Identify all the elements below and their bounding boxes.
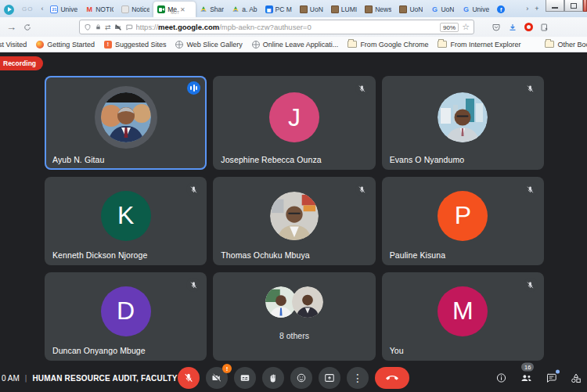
bookmark-folder-chrome[interactable]: From Google Chrome: [348, 41, 428, 49]
tab-google-2[interactable]: GUnive: [458, 2, 493, 17]
crest-icon: [399, 5, 407, 13]
url-text[interactable]: https://meet.google.com/mpb-aekn-czw?aut…: [136, 23, 438, 31]
forward-icon[interactable]: →: [6, 21, 16, 33]
meeting-details-button[interactable]: [495, 372, 507, 384]
reactions-button[interactable]: [290, 367, 312, 389]
present-button[interactable]: [319, 367, 340, 389]
panel-icons: 16: [495, 372, 582, 385]
download-icon[interactable]: [508, 23, 517, 32]
raise-hand-button[interactable]: [262, 367, 284, 389]
nav-toolbar: → ⇄ https://meet.google.com/mpb-aekn-czw…: [0, 17, 587, 37]
other-bookmarks[interactable]: Other Book: [545, 41, 587, 49]
new-tab-icon[interactable]: +: [535, 5, 538, 13]
recording-badge: Recording: [0, 56, 43, 70]
scroll-tabs-left-icon[interactable]: ‹: [38, 5, 46, 13]
drive-icon: [200, 5, 207, 13]
chat-panel-button[interactable]: [546, 372, 557, 384]
participant-tile-duncan[interactable]: D Duncan Onyango Mbuge: [45, 272, 207, 361]
more-options-button[interactable]: ⋮: [347, 367, 369, 389]
google-icon: G: [462, 5, 470, 13]
screenshot-icon[interactable]: [540, 23, 549, 32]
meeting-info: 0 AM | HUMAN RESOURCE AUDIT, FACULTY OF …: [2, 374, 197, 383]
bookmark-star-icon[interactable]: ☆: [462, 22, 470, 32]
activities-button[interactable]: [570, 372, 582, 384]
participant-tile-ayub[interactable]: Ayub N. Gitau: [45, 76, 207, 170]
participant-tile-kenneth[interactable]: K Kenneth Dickson Njoroge: [45, 177, 207, 265]
mic-toggle-button[interactable]: [178, 367, 200, 389]
tab-lumi[interactable]: LUMI: [327, 2, 361, 17]
tab-news[interactable]: News: [361, 2, 395, 17]
tab-uon-2[interactable]: UoN: [395, 2, 427, 17]
participant-tile-pauline[interactable]: P Pauline Kisuna: [382, 177, 544, 265]
maximize-button[interactable]: [564, 0, 583, 12]
captions-button[interactable]: [234, 367, 256, 389]
avatar-photo: [292, 286, 323, 318]
participant-tile-you[interactable]: M You: [382, 272, 544, 361]
permissions-icon[interactable]: ⇄: [105, 23, 111, 31]
group-avatars: [265, 286, 323, 318]
others-count-label: 8 others: [213, 331, 375, 340]
chat-notification-dot: [556, 370, 560, 374]
tab-drive-1[interactable]: Shar: [196, 2, 228, 17]
google-icon: G: [430, 5, 438, 13]
avatar-photo: [101, 92, 151, 142]
leave-call-button[interactable]: [375, 367, 409, 389]
meet-icon: [157, 5, 165, 13]
bookmark-suggested-sites[interactable]: !Suggested Sites: [104, 41, 167, 49]
bookmark-getting-started[interactable]: Getting Started: [36, 41, 95, 49]
tab-meet-active[interactable]: Me MUT ✕: [153, 2, 196, 17]
bookmark-most-visited[interactable]: st Visited: [0, 41, 27, 49]
folder-icon: [545, 41, 554, 48]
play-icon: [4, 5, 14, 15]
close-tab-icon[interactable]: ✕: [180, 6, 185, 13]
crest-icon: [300, 5, 308, 13]
tab-uon-1[interactable]: UoN: [296, 2, 327, 17]
people-panel-button[interactable]: 16: [520, 372, 533, 385]
participant-count-badge: 16: [521, 363, 534, 372]
pocket-icon[interactable]: [492, 23, 501, 32]
clock: 0 AM: [2, 374, 20, 383]
firefox-icon: [36, 41, 44, 49]
address-bar[interactable]: ⇄ https://meet.google.com/mpb-aekn-czw?a…: [79, 20, 474, 34]
notification-icon[interactable]: [125, 23, 133, 31]
tab-calendar[interactable]: 21Unive: [46, 2, 81, 17]
bookmark-folder-ie[interactable]: From Internet Explorer: [438, 41, 520, 49]
tab-gmail[interactable]: MNOTIC: [81, 2, 117, 17]
reload-icon[interactable]: [23, 23, 32, 32]
avatar-letter: D: [101, 286, 151, 336]
page-icon: [121, 5, 129, 13]
tab-facebook[interactable]: f: [493, 2, 521, 17]
participant-tile-josephine[interactable]: J Josephine Rebecca Ounza: [213, 76, 375, 170]
tab-notice[interactable]: Notice B: [117, 2, 153, 17]
camera-blocked-icon[interactable]: [114, 23, 122, 31]
warning-icon: !: [104, 41, 112, 49]
participant-name: Pauline Kisuna: [390, 250, 445, 260]
scroll-tabs-right-icon[interactable]: ›: [526, 5, 528, 13]
close-button[interactable]: [583, 0, 587, 12]
globe-icon: [252, 41, 260, 49]
extension-o-icon[interactable]: [524, 23, 533, 31]
tab-bar: GO ‹ 21Unive MNOTIC Notice B Me MUT ✕ Sh…: [0, 0, 587, 17]
participant-tile-thomas[interactable]: Thomas Ochuku Mbuya: [213, 177, 375, 265]
bookmark-web-slice[interactable]: Web Slice Gallery: [175, 41, 242, 49]
pinned-media-tab[interactable]: [0, 2, 17, 17]
minimize-button[interactable]: [546, 0, 564, 12]
tab-pc[interactable]: ▦PC M: [261, 2, 296, 17]
avatar-photo: [270, 192, 319, 240]
tracking-shield-icon[interactable]: [84, 23, 92, 31]
camera-warning-badge: !: [222, 364, 232, 373]
bookmark-leave-app[interactable]: Online Leave Applicati...: [252, 41, 339, 49]
lock-icon[interactable]: [95, 23, 102, 31]
camera-toggle-button[interactable]: !: [206, 367, 228, 389]
participant-name: Ayub N. Gitau: [52, 155, 104, 164]
calendar-icon: 21: [50, 5, 58, 13]
tab-drive-2[interactable]: a. Ab: [228, 2, 261, 17]
tab-google-1[interactable]: GUoN: [427, 2, 458, 17]
zoom-level-indicator[interactable]: 90%: [440, 23, 459, 32]
participant-tile-others[interactable]: 8 others: [213, 272, 375, 361]
participant-tile-evans[interactable]: Evans O Nyandumo: [382, 76, 544, 170]
participant-name: Josephine Rebecca Ounza: [221, 155, 321, 164]
call-controls: ! ⋮: [178, 367, 409, 389]
meeting-title: HUMAN RESOURCE AUDIT, FACULTY OF ENGINEE…: [32, 374, 197, 383]
avatar-letter: J: [269, 92, 319, 142]
